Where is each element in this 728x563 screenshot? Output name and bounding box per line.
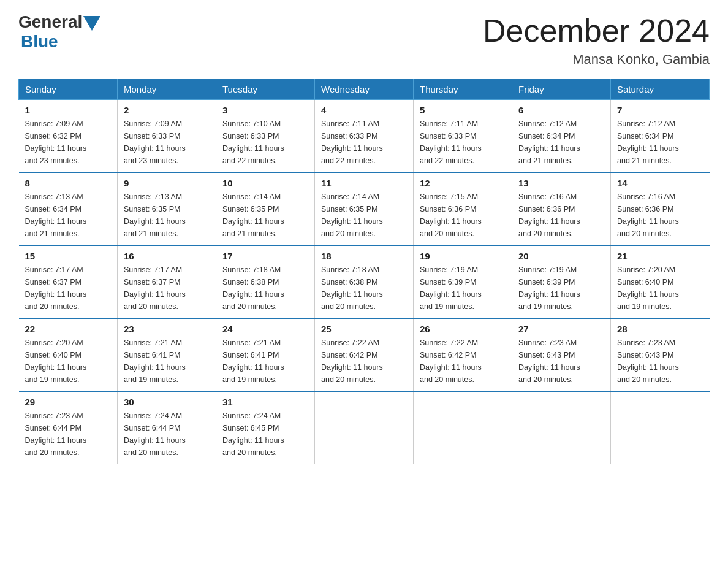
day-number: 3 <box>222 105 308 115</box>
calendar-week-row: 15Sunrise: 7:17 AMSunset: 6:37 PMDayligh… <box>19 245 710 318</box>
day-number: 24 <box>222 324 308 334</box>
day-info: Sunrise: 7:19 AMSunset: 6:39 PMDaylight:… <box>420 264 506 313</box>
day-number: 19 <box>420 251 506 261</box>
day-info: Sunrise: 7:09 AMSunset: 6:33 PMDaylight:… <box>124 118 210 167</box>
calendar-cell: 27Sunrise: 7:23 AMSunset: 6:43 PMDayligh… <box>512 318 611 391</box>
weekday-header-sunday: Sunday <box>19 79 118 100</box>
calendar-cell: 25Sunrise: 7:22 AMSunset: 6:42 PMDayligh… <box>315 318 414 391</box>
day-info: Sunrise: 7:13 AMSunset: 6:35 PMDaylight:… <box>124 191 210 240</box>
calendar-cell: 24Sunrise: 7:21 AMSunset: 6:41 PMDayligh… <box>216 318 315 391</box>
calendar-cell <box>414 391 512 464</box>
calendar-cell: 14Sunrise: 7:16 AMSunset: 6:36 PMDayligh… <box>611 172 710 245</box>
weekday-header-monday: Monday <box>118 79 216 100</box>
calendar-cell: 31Sunrise: 7:24 AMSunset: 6:45 PMDayligh… <box>216 391 315 464</box>
day-number: 28 <box>617 324 703 334</box>
calendar-cell: 15Sunrise: 7:17 AMSunset: 6:37 PMDayligh… <box>19 245 118 318</box>
day-info: Sunrise: 7:16 AMSunset: 6:36 PMDaylight:… <box>617 191 703 240</box>
day-number: 12 <box>420 178 506 188</box>
calendar-week-row: 22Sunrise: 7:20 AMSunset: 6:40 PMDayligh… <box>19 318 710 391</box>
calendar-cell: 20Sunrise: 7:19 AMSunset: 6:39 PMDayligh… <box>512 245 611 318</box>
calendar-cell: 8Sunrise: 7:13 AMSunset: 6:34 PMDaylight… <box>19 172 118 245</box>
day-info: Sunrise: 7:22 AMSunset: 6:42 PMDaylight:… <box>420 337 506 386</box>
calendar-cell: 26Sunrise: 7:22 AMSunset: 6:42 PMDayligh… <box>414 318 512 391</box>
calendar-week-row: 8Sunrise: 7:13 AMSunset: 6:34 PMDaylight… <box>19 172 710 245</box>
day-info: Sunrise: 7:17 AMSunset: 6:37 PMDaylight:… <box>124 264 210 313</box>
day-number: 2 <box>124 105 210 115</box>
day-info: Sunrise: 7:13 AMSunset: 6:34 PMDaylight:… <box>25 191 112 240</box>
calendar-cell: 3Sunrise: 7:10 AMSunset: 6:33 PMDaylight… <box>216 100 315 173</box>
calendar-table: SundayMondayTuesdayWednesdayThursdayFrid… <box>18 79 710 464</box>
calendar-cell: 5Sunrise: 7:11 AMSunset: 6:33 PMDaylight… <box>414 100 512 173</box>
day-number: 22 <box>25 324 112 334</box>
calendar-cell: 21Sunrise: 7:20 AMSunset: 6:40 PMDayligh… <box>611 245 710 318</box>
day-number: 9 <box>124 178 210 188</box>
calendar-cell: 28Sunrise: 7:23 AMSunset: 6:43 PMDayligh… <box>611 318 710 391</box>
day-info: Sunrise: 7:12 AMSunset: 6:34 PMDaylight:… <box>518 118 604 167</box>
day-number: 10 <box>222 178 308 188</box>
day-info: Sunrise: 7:22 AMSunset: 6:42 PMDaylight:… <box>321 337 407 386</box>
page-header: General Blue December 2024 Mansa Konko, … <box>18 12 710 67</box>
day-number: 21 <box>617 251 703 261</box>
day-info: Sunrise: 7:18 AMSunset: 6:38 PMDaylight:… <box>222 264 308 313</box>
calendar-week-row: 29Sunrise: 7:23 AMSunset: 6:44 PMDayligh… <box>19 391 710 464</box>
day-number: 29 <box>25 397 112 407</box>
day-info: Sunrise: 7:11 AMSunset: 6:33 PMDaylight:… <box>321 118 407 167</box>
day-number: 17 <box>222 251 308 261</box>
calendar-week-row: 1Sunrise: 7:09 AMSunset: 6:32 PMDaylight… <box>19 100 710 173</box>
day-number: 7 <box>617 105 703 115</box>
day-number: 1 <box>25 105 112 115</box>
day-info: Sunrise: 7:20 AMSunset: 6:40 PMDaylight:… <box>617 264 703 313</box>
day-number: 5 <box>420 105 506 115</box>
title-section: December 2024 Mansa Konko, Gambia <box>483 12 710 67</box>
calendar-cell: 10Sunrise: 7:14 AMSunset: 6:35 PMDayligh… <box>216 172 315 245</box>
calendar-cell <box>315 391 414 464</box>
logo: General Blue <box>18 12 100 52</box>
calendar-cell: 4Sunrise: 7:11 AMSunset: 6:33 PMDaylight… <box>315 100 414 173</box>
day-number: 13 <box>518 178 604 188</box>
logo-general-text: General <box>18 12 82 32</box>
weekday-header-tuesday: Tuesday <box>216 79 315 100</box>
logo-blue-text: Blue <box>21 32 58 52</box>
weekday-header-friday: Friday <box>512 79 611 100</box>
calendar-header: SundayMondayTuesdayWednesdayThursdayFrid… <box>19 79 710 100</box>
day-number: 26 <box>420 324 506 334</box>
calendar-cell: 1Sunrise: 7:09 AMSunset: 6:32 PMDaylight… <box>19 100 118 173</box>
day-number: 15 <box>25 251 112 261</box>
calendar-cell: 12Sunrise: 7:15 AMSunset: 6:36 PMDayligh… <box>414 172 512 245</box>
calendar-cell: 17Sunrise: 7:18 AMSunset: 6:38 PMDayligh… <box>216 245 315 318</box>
day-info: Sunrise: 7:23 AMSunset: 6:43 PMDaylight:… <box>518 337 604 386</box>
day-info: Sunrise: 7:18 AMSunset: 6:38 PMDaylight:… <box>321 264 407 313</box>
location-title: Mansa Konko, Gambia <box>483 52 710 67</box>
calendar-cell: 6Sunrise: 7:12 AMSunset: 6:34 PMDaylight… <box>512 100 611 173</box>
day-number: 30 <box>124 397 210 407</box>
day-info: Sunrise: 7:15 AMSunset: 6:36 PMDaylight:… <box>420 191 506 240</box>
day-info: Sunrise: 7:23 AMSunset: 6:44 PMDaylight:… <box>25 410 112 459</box>
month-title: December 2024 <box>483 12 710 49</box>
day-number: 14 <box>617 178 703 188</box>
weekday-header-thursday: Thursday <box>414 79 512 100</box>
calendar-cell: 22Sunrise: 7:20 AMSunset: 6:40 PMDayligh… <box>19 318 118 391</box>
day-info: Sunrise: 7:09 AMSunset: 6:32 PMDaylight:… <box>25 118 112 167</box>
calendar-cell: 23Sunrise: 7:21 AMSunset: 6:41 PMDayligh… <box>118 318 216 391</box>
day-info: Sunrise: 7:16 AMSunset: 6:36 PMDaylight:… <box>518 191 604 240</box>
calendar-cell: 7Sunrise: 7:12 AMSunset: 6:34 PMDaylight… <box>611 100 710 173</box>
calendar-cell <box>611 391 710 464</box>
day-number: 6 <box>518 105 604 115</box>
day-info: Sunrise: 7:11 AMSunset: 6:33 PMDaylight:… <box>420 118 506 167</box>
logo-triangle-icon <box>83 16 100 31</box>
calendar-cell: 9Sunrise: 7:13 AMSunset: 6:35 PMDaylight… <box>118 172 216 245</box>
calendar-cell: 13Sunrise: 7:16 AMSunset: 6:36 PMDayligh… <box>512 172 611 245</box>
day-number: 16 <box>124 251 210 261</box>
day-info: Sunrise: 7:21 AMSunset: 6:41 PMDaylight:… <box>222 337 308 386</box>
day-info: Sunrise: 7:23 AMSunset: 6:43 PMDaylight:… <box>617 337 703 386</box>
day-info: Sunrise: 7:21 AMSunset: 6:41 PMDaylight:… <box>124 337 210 386</box>
day-number: 25 <box>321 324 407 334</box>
weekday-row: SundayMondayTuesdayWednesdayThursdayFrid… <box>19 79 710 100</box>
calendar-cell <box>512 391 611 464</box>
calendar-cell: 18Sunrise: 7:18 AMSunset: 6:38 PMDayligh… <box>315 245 414 318</box>
day-number: 4 <box>321 105 407 115</box>
day-info: Sunrise: 7:24 AMSunset: 6:45 PMDaylight:… <box>222 410 308 459</box>
calendar-cell: 2Sunrise: 7:09 AMSunset: 6:33 PMDaylight… <box>118 100 216 173</box>
calendar-cell: 19Sunrise: 7:19 AMSunset: 6:39 PMDayligh… <box>414 245 512 318</box>
day-number: 31 <box>222 397 308 407</box>
